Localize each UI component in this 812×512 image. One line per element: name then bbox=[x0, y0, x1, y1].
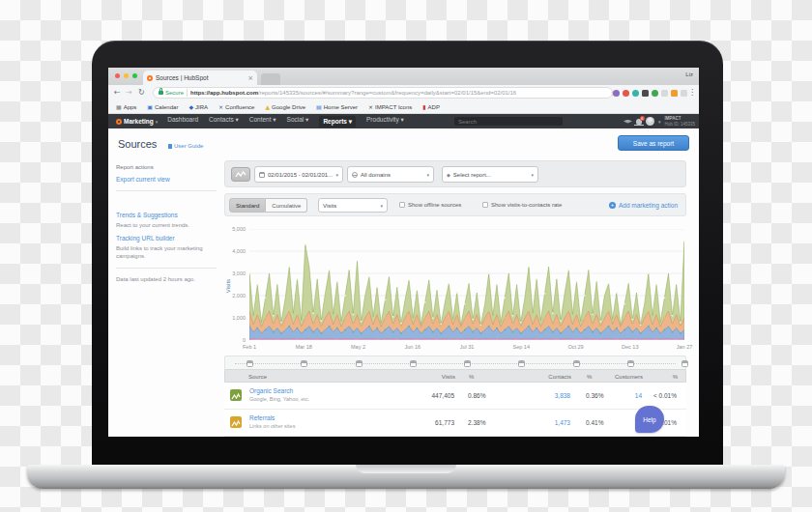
bookmark-favicon-icon: × bbox=[218, 104, 223, 110]
extension-icon[interactable] bbox=[642, 90, 649, 97]
nav-item-content[interactable]: Content ▾ bbox=[249, 116, 276, 128]
tracking-url-builder-link[interactable]: Tracking URL builder bbox=[116, 235, 175, 242]
y-axis-tick: 3,000 bbox=[220, 270, 246, 276]
bookmark-item[interactable]: ▣Calendar bbox=[147, 104, 178, 110]
nav-item-social[interactable]: Social ▾ bbox=[287, 116, 309, 128]
nav-item-contacts[interactable]: Contacts ▾ bbox=[209, 116, 239, 128]
marketing-action-calendar-icon[interactable] bbox=[301, 360, 307, 367]
extension-icon[interactable] bbox=[681, 90, 687, 97]
book-icon bbox=[168, 144, 172, 149]
browser-profile-name[interactable]: Liz bbox=[685, 71, 693, 77]
bookmark-item[interactable]: ◆JIRA bbox=[188, 104, 208, 110]
marketing-action-calendar-icon[interactable] bbox=[573, 360, 580, 367]
url-path: /reports/145335/sources/#/summary?range=… bbox=[258, 90, 516, 96]
bookmark-item[interactable]: ▲Google Drive bbox=[265, 104, 305, 110]
browser-toolbar: ← → ↻ Secure https://app.hubspot.com/rep… bbox=[108, 85, 699, 102]
add-marketing-action-label: Add marketing action bbox=[619, 202, 678, 209]
sidebar-divider bbox=[116, 190, 217, 191]
tab-close-icon[interactable]: × bbox=[247, 74, 253, 82]
sources-chart-svg[interactable] bbox=[249, 229, 684, 340]
marketing-action-calendar-icon[interactable] bbox=[464, 360, 471, 367]
marketing-action-calendar-icon[interactable] bbox=[410, 360, 417, 367]
bookmark-item[interactable]: ×IMPACT Icons bbox=[368, 104, 412, 110]
calendar-icon bbox=[259, 172, 265, 178]
source-name-link[interactable]: Organic Search bbox=[249, 387, 293, 394]
trends-suggestions-link[interactable]: Trends & Suggestions bbox=[116, 212, 178, 218]
browser-tab-bar: Sources | HubSpot × Liz bbox=[108, 68, 699, 86]
new-tab-button[interactable] bbox=[261, 73, 280, 85]
marketing-action-calendar-icon[interactable] bbox=[627, 360, 634, 367]
table-header: SourceVisits%Contacts%Customers% bbox=[224, 369, 686, 383]
column-header[interactable]: Source bbox=[248, 374, 267, 380]
bookmark-item[interactable]: ▦Apps bbox=[116, 104, 136, 110]
help-button[interactable]: Help bbox=[635, 406, 664, 433]
laptop-lid-notch bbox=[356, 465, 456, 473]
extension-icon[interactable] bbox=[623, 90, 629, 97]
bookmark-label: Calendar bbox=[155, 104, 178, 110]
globe-icon bbox=[352, 172, 358, 178]
browser-tab[interactable]: Sources | HubSpot × bbox=[143, 71, 257, 85]
sources-table-body: Organic SearchGoogle, Bing, Yahoo, etc.4… bbox=[224, 383, 686, 437]
extension-icon[interactable] bbox=[652, 90, 658, 97]
address-bar[interactable]: Secure https://app.hubspot.com/reports/1… bbox=[153, 87, 613, 99]
column-header[interactable]: Contacts bbox=[488, 374, 571, 380]
extension-icon[interactable] bbox=[613, 90, 620, 97]
close-window-button[interactable] bbox=[115, 73, 120, 78]
domains-select[interactable]: All domains ▾ bbox=[347, 166, 434, 183]
offline-sources-checkbox[interactable]: Show offline sources bbox=[399, 202, 461, 208]
bookmark-label: JIRA bbox=[195, 104, 208, 110]
extension-icon[interactable] bbox=[671, 90, 678, 97]
date-range-select[interactable]: 02/01/2015 - 02/01/201... ▾ bbox=[254, 166, 343, 183]
column-header[interactable]: % bbox=[625, 374, 678, 380]
nav-right-cluster: 6 ▾ IMPACTHub ID: 145335 bbox=[624, 114, 695, 128]
column-header[interactable]: Visits bbox=[370, 374, 455, 380]
minimize-window-button[interactable] bbox=[124, 73, 129, 78]
report-select[interactable]: ◆ Select report... ▾ bbox=[442, 166, 538, 183]
back-button[interactable]: ← bbox=[114, 88, 121, 98]
nav-search-input[interactable] bbox=[454, 117, 563, 126]
extension-icon[interactable] bbox=[661, 90, 668, 97]
marketing-action-calendar-icon[interactable] bbox=[518, 360, 525, 367]
source-name-link[interactable]: Referrals bbox=[249, 414, 275, 421]
zoom-window-button[interactable] bbox=[132, 73, 137, 78]
nav-item-reports[interactable]: Reports ▾ bbox=[319, 116, 356, 128]
export-current-view-link[interactable]: Export current view bbox=[116, 176, 170, 183]
secure-lock-icon bbox=[159, 91, 163, 95]
bookmark-item[interactable]: ×Confluence bbox=[218, 104, 254, 110]
notifications-bell-icon[interactable]: 6 bbox=[636, 119, 642, 125]
nav-item-productivity[interactable]: Productivity ▾ bbox=[366, 116, 404, 128]
account-caret-icon[interactable]: ▾ bbox=[658, 119, 661, 125]
transparent-checkerboard-background: Sources | HubSpot × Liz ← → ↻ Secure htt… bbox=[0, 0, 812, 512]
bookmark-item[interactable]: ▮ADP bbox=[422, 104, 440, 110]
avatar[interactable] bbox=[646, 117, 654, 126]
add-marketing-action-link[interactable]: + Add marketing action bbox=[609, 202, 678, 209]
metric-select[interactable]: Visits ▾ bbox=[318, 198, 388, 213]
nav-brand-marketing[interactable]: Marketing ▾ bbox=[116, 118, 158, 125]
x-axis-tick: Mar 18 bbox=[296, 344, 312, 350]
refresh-button[interactable]: ↻ bbox=[138, 88, 145, 98]
academy-cap-icon[interactable] bbox=[624, 120, 632, 124]
account-info[interactable]: IMPACTHub ID: 145335 bbox=[664, 116, 695, 127]
save-as-report-button[interactable]: Save as report bbox=[618, 135, 689, 151]
bookmark-favicon-icon: ▮ bbox=[422, 104, 425, 110]
forward-button[interactable]: → bbox=[126, 88, 132, 98]
nav-item-dashboard[interactable]: Dashboard bbox=[167, 116, 198, 128]
source-description: Google, Bing, Yahoo, etc. bbox=[249, 396, 309, 402]
view-toggle-cumulative[interactable]: Cumulative bbox=[266, 198, 307, 213]
view-toggle-standard[interactable]: Standard bbox=[229, 198, 266, 213]
visits-contacts-rate-checkbox[interactable]: Show visits-to-contacts rate bbox=[482, 202, 562, 208]
date-range-value: 02/01/2015 - 02/01/201... bbox=[268, 172, 333, 178]
marketing-action-calendar-icon[interactable] bbox=[682, 360, 688, 367]
extension-icon[interactable] bbox=[632, 90, 639, 97]
bookmarks-bar: ▦Apps▣Calendar◆JIRA×Confluence▲Google Dr… bbox=[108, 101, 699, 114]
chart-settings-button[interactable] bbox=[231, 167, 250, 182]
bookmark-item[interactable]: ▤Home Server bbox=[316, 104, 358, 110]
marketing-action-calendar-icon[interactable] bbox=[356, 360, 362, 367]
user-guide-link[interactable]: User Guide bbox=[168, 143, 203, 149]
visits-contacts-rate-label: Show visits-to-contacts rate bbox=[491, 202, 562, 208]
marketing-action-calendar-icon[interactable] bbox=[246, 360, 253, 367]
browser-menu-icon[interactable]: ⋮ bbox=[688, 88, 696, 97]
x-axis-tick: Oct 29 bbox=[567, 344, 583, 350]
url-host: https://app.hubspot.com bbox=[190, 90, 258, 96]
x-axis-tick: Jan 27 bbox=[677, 344, 693, 350]
